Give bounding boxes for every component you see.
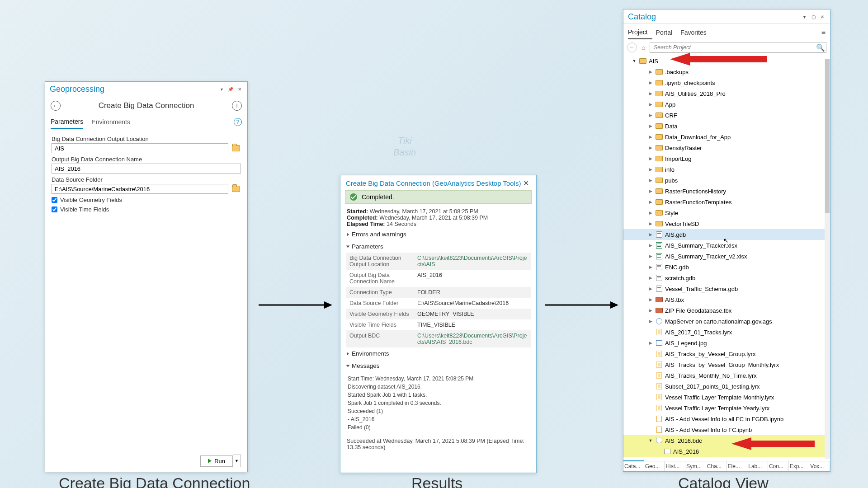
hamburger-icon[interactable]: ≡ xyxy=(821,28,826,37)
status-text: Completed. xyxy=(362,193,394,201)
tree-item[interactable]: ▶AIS_Summary_Tracker_v2.xlsx xyxy=(623,251,830,262)
bottom-tab[interactable]: Ele... xyxy=(727,461,748,471)
tree-item-label: CRF xyxy=(665,112,677,119)
red-arrow-top xyxy=(670,53,767,66)
tree-item[interactable]: AIS - Add Vessel Info to all FC in FGDB.… xyxy=(623,413,830,424)
tree-item[interactable]: Subset_2017_points_01_testing.lyrx xyxy=(623,381,830,392)
run-button[interactable]: Run xyxy=(200,455,233,467)
tree-item[interactable]: ▶AIS.tbx xyxy=(623,294,830,305)
param-row: Visible Time FieldsTIME_VISIBLE xyxy=(346,319,531,330)
bottom-tab[interactable]: Exp... xyxy=(789,461,810,471)
bottom-tab[interactable]: Lab... xyxy=(747,461,768,471)
input-output-name[interactable] xyxy=(52,164,241,174)
lyrx-icon xyxy=(656,361,662,368)
tool-options-button[interactable]: + xyxy=(232,101,242,111)
panel-close-button[interactable]: ✕ xyxy=(236,86,243,93)
tree-item[interactable]: ▶scratch.gdb xyxy=(623,272,830,283)
checkbox-visible-time[interactable]: Visible Time Fields xyxy=(52,206,241,213)
folder-icon xyxy=(656,123,663,129)
search-input[interactable] xyxy=(650,42,815,52)
tree-item[interactable]: ▶AIS_Utilities_2018_Pro xyxy=(623,88,830,99)
xlsx-icon xyxy=(656,253,662,259)
bottom-tab[interactable]: Cha... xyxy=(706,461,727,471)
ds-icon xyxy=(664,449,670,454)
tree-item[interactable]: ▶ZIP File Geodatabase.tbx xyxy=(623,305,830,316)
tree-item[interactable]: ▶info xyxy=(623,164,830,175)
tree-item[interactable]: Vessel Traffic Layer Template Monthly.ly… xyxy=(623,392,830,403)
tree-item-label: Data_Download_for_App xyxy=(665,134,731,141)
tree-item[interactable]: ▶DensityRaster xyxy=(623,142,830,153)
panel-close-button[interactable]: ✕ xyxy=(819,14,826,20)
tree-item[interactable]: ▶RasterFunctionsHistory xyxy=(623,186,830,197)
section-messages[interactable]: Messages xyxy=(340,360,536,372)
tree-item[interactable]: ▶RasterFunctionTemplates xyxy=(623,197,830,207)
browse-output-location[interactable] xyxy=(231,144,241,152)
tree-item[interactable]: AIS_Tracks_Monthly_No_Time.lyrx xyxy=(623,370,830,381)
param-value[interactable]: C:\Users\keit8223\Documents\ArcGIS\Proje… xyxy=(414,330,531,347)
section-errors[interactable]: Errors and warnings xyxy=(340,228,536,240)
input-output-location[interactable] xyxy=(52,143,228,153)
tab-portal[interactable]: Portal xyxy=(656,26,677,39)
param-row: Data Source FolderE:\AIS\Source\MarineCa… xyxy=(346,298,531,309)
panel-pin-button[interactable]: 📌 xyxy=(227,86,234,93)
panel-menu-button[interactable]: ▾ xyxy=(801,14,807,20)
panel-menu-button[interactable]: ▾ xyxy=(218,86,225,93)
tab-parameters[interactable]: Parameters xyxy=(51,115,83,129)
param-value[interactable]: C:\Users\keit8223\Documents\ArcGIS\Proje… xyxy=(414,253,531,270)
panel-pin-button[interactable]: ▢ xyxy=(810,14,816,20)
svg-marker-3 xyxy=(610,301,618,309)
bottom-tab[interactable]: Con... xyxy=(768,461,789,471)
tree-item[interactable]: ▶AIS_Legend.jpg xyxy=(623,338,830,348)
tree-item[interactable]: ▶Vessel_Traffic_Schema.gdb xyxy=(623,283,830,294)
scrollbar[interactable] xyxy=(825,59,830,459)
tree-item-label: Data xyxy=(665,123,677,130)
tree-item[interactable]: ▶Data_Download_for_App xyxy=(623,131,830,142)
tab-favorites[interactable]: Favorites xyxy=(680,26,711,39)
tree-item[interactable]: ▶Data xyxy=(623,121,830,131)
gdb-icon xyxy=(656,275,662,281)
tree-item[interactable]: ▶App xyxy=(623,99,830,110)
bottom-tab[interactable]: Vox... xyxy=(809,461,830,471)
back-button[interactable]: ← xyxy=(51,101,61,111)
tree-item[interactable]: ▶.backups xyxy=(623,66,830,77)
scrollbar-thumb[interactable] xyxy=(825,59,830,213)
home-button[interactable]: ⌂ xyxy=(639,43,648,52)
tab-environments[interactable]: Environments xyxy=(91,116,130,128)
tab-project[interactable]: Project xyxy=(628,26,652,39)
bottom-tab[interactable]: Hist... xyxy=(665,461,685,471)
param-key: Data Source Folder xyxy=(346,298,414,309)
tree-item[interactable]: ▶Style xyxy=(623,207,830,218)
run-dropdown[interactable]: ▼ xyxy=(233,455,241,467)
tree-item[interactable]: AIS_Tracks_by_Vessel_Group.lyrx xyxy=(623,348,830,359)
browse-data-source[interactable] xyxy=(231,185,241,193)
bottom-tab[interactable]: Cata... xyxy=(623,460,644,471)
tree-item[interactable]: ▶CRF xyxy=(623,110,830,121)
catalog-tree[interactable]: ▼AIS▶.backups▶.ipynb_checkpoints▶AIS_Uti… xyxy=(623,56,830,459)
tree-item[interactable]: AIS_Tracks_by_Vessel_Group_Monthly.lyrx xyxy=(623,359,830,370)
tree-item[interactable]: AIS_2017_01_Tracks.lyrx xyxy=(623,327,830,338)
catalog-title-bar: Catalog ▾ ▢ ✕ xyxy=(623,9,830,24)
section-environments[interactable]: Environments xyxy=(340,347,536,360)
section-parameters[interactable]: Parameters xyxy=(340,240,536,253)
search-icon[interactable]: 🔍 xyxy=(815,42,826,52)
nav-back-button[interactable]: ← xyxy=(627,42,637,52)
param-value: E:\AIS\Source\MarineCadastre\2016 xyxy=(414,298,531,309)
tree-item-label: ImportLog xyxy=(665,155,692,162)
caption-mid: Results xyxy=(411,474,462,488)
close-button[interactable]: ✕ xyxy=(521,179,531,188)
bottom-tab[interactable]: Geo... xyxy=(644,461,665,471)
folder-icon xyxy=(656,199,663,205)
tree-item[interactable]: ▶pubs xyxy=(623,175,830,186)
tree-item[interactable]: AIS - Add Vessel Info to FC.ipynb xyxy=(623,424,830,435)
input-data-source[interactable] xyxy=(52,184,228,194)
help-button[interactable]: ? xyxy=(234,118,242,126)
tree-item[interactable]: ▶ENC.gdb xyxy=(623,262,830,272)
bdc-icon xyxy=(656,438,662,443)
bottom-tab[interactable]: Sym... xyxy=(685,461,706,471)
tree-item[interactable]: ▶ImportLog xyxy=(623,153,830,164)
tree-item[interactable]: Vessel Traffic Layer Template Yearly.lyr… xyxy=(623,403,830,413)
checkbox-visible-geometry[interactable]: Visible Geometry Fields xyxy=(52,197,241,203)
tree-item[interactable]: ▶VectorTileSD xyxy=(623,218,830,229)
tree-item[interactable]: ▶MapServer on carto.nationalmap.gov.ags xyxy=(623,316,830,327)
tree-item[interactable]: ▶.ipynb_checkpoints xyxy=(623,77,830,88)
